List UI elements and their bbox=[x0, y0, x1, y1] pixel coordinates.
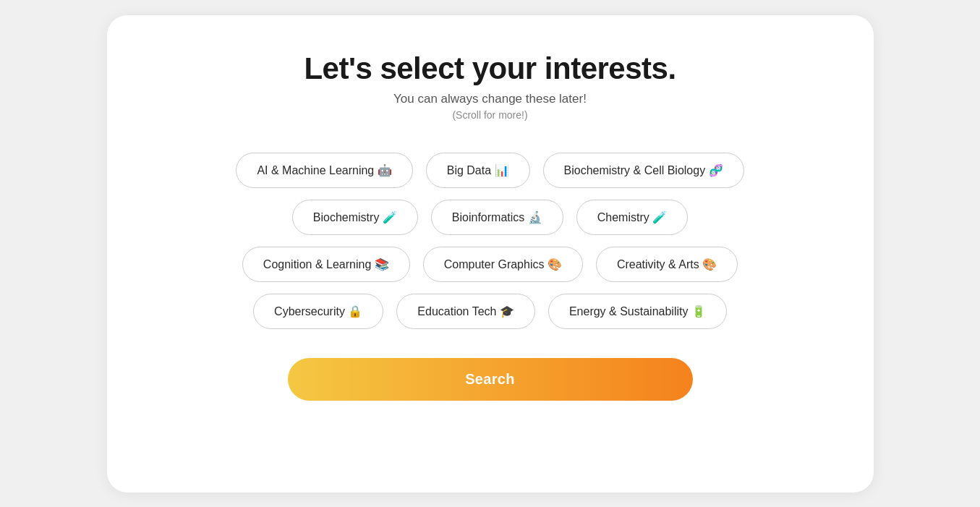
search-button[interactable]: Search bbox=[288, 358, 693, 401]
interest-tag-energy-sustainability[interactable]: Energy & Sustainability 🔋 bbox=[548, 294, 727, 329]
interests-row-1: Biochemistry 🧪Bioinformatics 🔬Chemistry … bbox=[153, 200, 827, 235]
header-section: Let's select your interests. You can alw… bbox=[304, 51, 676, 121]
interest-tag-cognition[interactable]: Cognition & Learning 📚 bbox=[242, 247, 410, 282]
interest-tag-chemistry[interactable]: Chemistry 🧪 bbox=[576, 200, 688, 235]
subtitle-text: You can always change these later! bbox=[304, 92, 676, 106]
search-button-wrap: Search bbox=[150, 358, 830, 401]
interests-scroll-area[interactable]: AI & Machine Learning 🤖Big Data 📊Biochem… bbox=[150, 147, 830, 335]
interests-grid: AI & Machine Learning 🤖Big Data 📊Biochem… bbox=[150, 147, 830, 335]
interest-tag-education-tech[interactable]: Education Tech 🎓 bbox=[396, 294, 535, 329]
interests-row-0: AI & Machine Learning 🤖Big Data 📊Biochem… bbox=[153, 153, 827, 188]
interest-tag-ai-ml[interactable]: AI & Machine Learning 🤖 bbox=[236, 153, 412, 188]
interest-tag-biochem-cell[interactable]: Biochemistry & Cell Biology 🧬 bbox=[543, 153, 744, 188]
scroll-hint-text: (Scroll for more!) bbox=[304, 109, 676, 121]
interest-tag-big-data[interactable]: Big Data 📊 bbox=[426, 153, 530, 188]
interest-tag-bioinformatics[interactable]: Bioinformatics 🔬 bbox=[431, 200, 563, 235]
interest-tag-computer-graphics[interactable]: Computer Graphics 🎨 bbox=[423, 247, 583, 282]
page-title: Let's select your interests. bbox=[304, 51, 676, 86]
interest-tag-biochemistry[interactable]: Biochemistry 🧪 bbox=[292, 200, 418, 235]
interest-tag-cybersecurity[interactable]: Cybersecurity 🔒 bbox=[253, 294, 383, 329]
interests-row-3: Cybersecurity 🔒Education Tech 🎓Energy & … bbox=[153, 294, 827, 329]
interests-row-2: Cognition & Learning 📚Computer Graphics … bbox=[153, 247, 827, 282]
interests-card: Let's select your interests. You can alw… bbox=[107, 15, 874, 493]
interest-tag-creativity-arts[interactable]: Creativity & Arts 🎨 bbox=[596, 247, 738, 282]
